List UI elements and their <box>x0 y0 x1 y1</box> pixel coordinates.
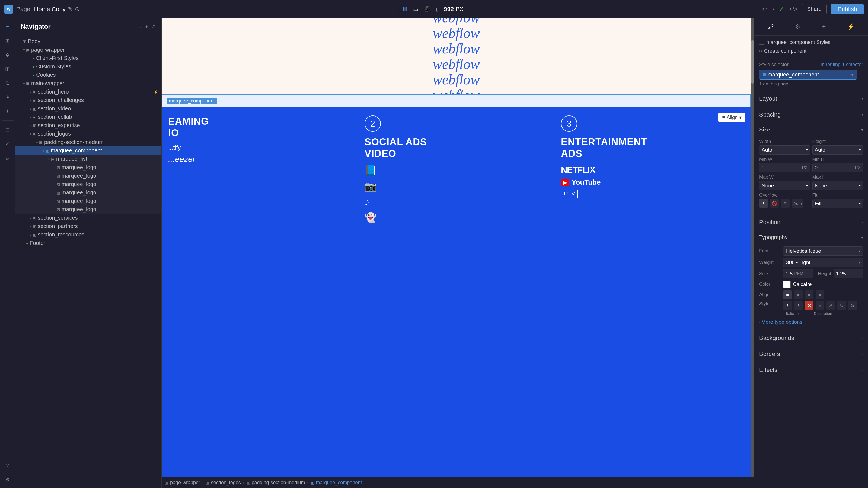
minw-input[interactable]: 0 PX <box>759 163 810 172</box>
style-more-icon[interactable]: ··· <box>859 72 863 77</box>
tree-item-body[interactable]: ▣ Body <box>15 37 161 45</box>
tree-item-custom-styles[interactable]: ● Custom Styles <box>15 62 161 71</box>
tree-item-marquee-logo-6[interactable]: ▨ marquee_logo <box>15 205 161 214</box>
fit-value[interactable]: Fill ▾ <box>812 199 863 208</box>
overflow-scroll-icon[interactable]: ≡ <box>781 199 789 208</box>
settings-panel-icon[interactable]: ⚙ <box>794 22 802 32</box>
navigator-rail-icon[interactable]: ☰ <box>3 22 12 31</box>
bc-item-section-logos[interactable]: ▣ section_logos <box>206 480 241 486</box>
color-swatch[interactable] <box>783 281 791 288</box>
help-rail-icon[interactable]: ? <box>3 461 12 470</box>
tree-item-section-challenges[interactable]: ▸ ▣ section_challenges <box>15 96 161 104</box>
width-value[interactable]: Auto ▾ <box>759 145 810 155</box>
borders-header[interactable]: Borders › <box>754 346 868 362</box>
bc-item-marquee[interactable]: ▣ marquee_component <box>311 480 362 486</box>
tree-item-section-services[interactable]: ▸ ▣ section_services <box>15 214 161 222</box>
canvas-area[interactable]: webflow webflow webflow webflow webflow … <box>162 19 754 488</box>
cross-btn[interactable]: ✕ <box>805 301 813 310</box>
typography-header[interactable]: Typography ▾ <box>754 230 868 244</box>
share-button[interactable]: Share <box>802 4 827 14</box>
interactions-panel-icon[interactable]: ✦ <box>820 22 828 32</box>
sub-btn[interactable]: x₂ <box>816 301 824 310</box>
align-left-icon[interactable]: ≡ <box>783 290 792 299</box>
italic-outline-btn[interactable]: I <box>794 301 803 310</box>
nav-expand-icon[interactable]: ⊞ <box>145 24 149 30</box>
tree-item-section-partners[interactable]: ▸ ▣ section_partners <box>15 222 161 230</box>
tree-item-marquee-logo-3[interactable]: ▨ marquee_logo <box>15 180 161 188</box>
tree-item-marquee-list[interactable]: ▾ ▣ marquee_list <box>15 155 161 163</box>
tree-item-page-wrapper[interactable]: ▾ ▣ page-wrapper <box>15 45 161 54</box>
tree-item-section-hero[interactable]: ▸ ▣ section_hero ⚡ <box>15 88 161 96</box>
settings-rail-icon[interactable]: ⚙ <box>3 475 12 485</box>
canvas-scrollbar[interactable] <box>751 19 754 477</box>
style-panel-icon[interactable]: 🖊 <box>767 22 776 32</box>
quick-panel-icon[interactable]: ⚡ <box>845 22 856 32</box>
page-icon-pencil[interactable]: ✎ <box>68 6 73 13</box>
align-justify-icon[interactable]: ≡ <box>816 290 824 299</box>
align-button[interactable]: ≡ Align ▾ <box>718 113 745 122</box>
pages-rail-icon[interactable]: ⊞ <box>3 36 12 45</box>
layout-header[interactable]: Layout › <box>754 91 868 106</box>
align-center-icon[interactable]: ≡ <box>794 290 803 299</box>
publish-button[interactable]: Publish <box>831 4 864 14</box>
nav-close-icon[interactable]: ✕ <box>152 24 156 30</box>
spacing-header[interactable]: Spacing › <box>754 107 868 123</box>
component-styles-checkbox[interactable] <box>759 40 764 45</box>
tree-item-main-wrapper[interactable]: ▾ ▣ main-wrapper <box>15 79 161 88</box>
font-select[interactable]: Helvetica Neue ▾ <box>783 247 863 256</box>
tree-item-marquee-logo-2[interactable]: ▨ marquee_logo <box>15 172 161 180</box>
layers-rail-icon[interactable]: ⊟ <box>3 125 12 135</box>
size-header[interactable]: Size ▾ <box>754 123 868 137</box>
undo-icon[interactable]: ↩ <box>762 6 767 13</box>
nav-search-icon[interactable]: ⌕ <box>138 24 141 30</box>
redo-icon[interactable]: ↪ <box>769 6 774 13</box>
align-right-icon[interactable]: ≡ <box>805 290 813 299</box>
search-rail-icon[interactable]: ⌕ <box>3 153 12 163</box>
tree-item-marquee-logo-4[interactable]: ▨ marquee_logo <box>15 188 161 197</box>
tree-item-section-ressources[interactable]: ▸ ▣ section_ressources <box>15 230 161 239</box>
overflow-hidden-icon[interactable]: 🚫 <box>770 199 779 208</box>
mobile-view-icon[interactable]: ▯ <box>436 6 439 12</box>
assets-rail-icon[interactable]: ◫ <box>3 64 12 74</box>
maxh-value[interactable]: None ▾ <box>812 181 863 190</box>
position-header[interactable]: Position › <box>754 215 868 230</box>
height-value[interactable]: Auto ▾ <box>812 145 863 155</box>
bc-item-wrapper[interactable]: ▣ page-wrapper <box>165 480 200 486</box>
tree-item-marquee-logo-1[interactable]: ▨ marquee_logo <box>15 163 161 172</box>
canvas-scrollbar-thumb[interactable] <box>751 40 753 84</box>
create-component-label[interactable]: Create component <box>764 48 806 54</box>
overflow-auto-label[interactable]: Auto <box>792 199 803 208</box>
tree-item-footer[interactable]: ● Footer <box>15 239 161 247</box>
component-selection-bar[interactable]: marquee_component <box>162 94 751 107</box>
tablet-view-icon[interactable]: ▭ <box>413 6 418 12</box>
tree-item-cookies[interactable]: ● Cookies <box>15 71 161 79</box>
effects-header[interactable]: Effects › <box>754 362 868 378</box>
tree-item-marquee-component[interactable]: ▾ ▣ marquee_component <box>15 147 161 155</box>
tree-item-client-first[interactable]: ● Client-First Styles <box>15 54 161 62</box>
underline-btn[interactable]: U <box>837 301 846 310</box>
strikethrough-btn[interactable]: S <box>848 301 857 310</box>
tree-item-section-expertise[interactable]: ▸ ▣ section_expertise <box>15 121 161 130</box>
tree-item-section-collab[interactable]: ▸ ▣ section_collab <box>15 113 161 121</box>
more-options-icon[interactable]: ⋮⋮⋮ <box>378 6 396 12</box>
tree-item-marquee-logo-5[interactable]: ▨ marquee_logo <box>15 197 161 205</box>
code-icon[interactable]: </> <box>789 6 798 13</box>
interactions-rail-icon[interactable]: ✦ <box>3 106 12 116</box>
weight-select[interactable]: 300 - Light ▾ <box>783 258 863 267</box>
bc-item-padding[interactable]: ▣ padding-section-medium <box>247 480 305 486</box>
height-typo-input[interactable]: 1.25 <box>834 269 863 279</box>
italic-btn[interactable]: I <box>783 301 792 310</box>
styles-rail-icon[interactable]: ◈ <box>3 92 12 102</box>
components-rail-icon[interactable]: ⧉ <box>3 78 12 88</box>
sup-btn[interactable]: x² <box>827 301 835 310</box>
style-selector-box[interactable]: marquee_component ▾ <box>759 70 857 80</box>
tree-item-section-video[interactable]: ▸ ▣ section_video <box>15 104 161 113</box>
backgrounds-header[interactable]: Backgrounds › <box>754 330 868 346</box>
desktop-view-icon[interactable]: 🖥 <box>402 6 408 13</box>
phone-view-icon[interactable]: 📱 <box>424 6 431 12</box>
tree-item-section-logos[interactable]: ▾ ▣ section_logos <box>15 130 161 138</box>
maxw-value[interactable]: None ▾ <box>759 181 810 190</box>
logic-rail-icon[interactable]: ✓ <box>3 139 12 149</box>
cms-rail-icon[interactable]: ⬙ <box>3 50 12 60</box>
tree-item-padding-section[interactable]: ▾ ▣ padding-section-medium <box>15 138 161 147</box>
